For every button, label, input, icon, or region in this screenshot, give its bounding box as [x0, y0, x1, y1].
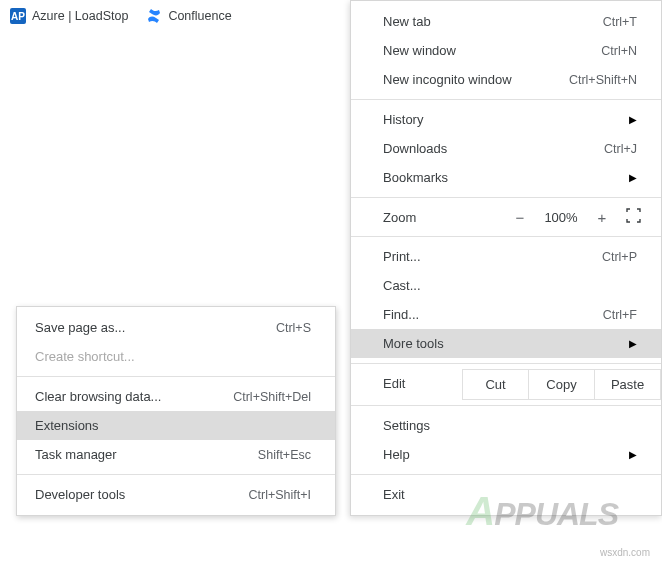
bookmark-label: Confluence: [168, 9, 231, 23]
menu-shortcut: Ctrl+T: [603, 15, 637, 29]
submenu-arrow-icon: ▶: [629, 338, 637, 349]
submenu-save-page[interactable]: Save page as... Ctrl+S: [17, 313, 335, 342]
menu-print[interactable]: Print... Ctrl+P: [351, 242, 661, 271]
menu-divider: [351, 236, 661, 237]
menu-exit[interactable]: Exit: [351, 480, 661, 509]
menu-shortcut: Shift+Esc: [258, 448, 311, 462]
menu-downloads[interactable]: Downloads Ctrl+J: [351, 134, 661, 163]
menu-label: Developer tools: [35, 487, 125, 502]
zoom-out-button[interactable]: −: [503, 209, 537, 226]
edit-actions: Cut Copy Paste: [462, 369, 661, 400]
menu-label: New incognito window: [383, 72, 512, 87]
submenu-arrow-icon: ▶: [629, 172, 637, 183]
menu-divider: [351, 405, 661, 406]
menu-divider: [351, 474, 661, 475]
menu-label: Bookmarks: [383, 170, 448, 185]
menu-label: Downloads: [383, 141, 447, 156]
menu-label: More tools: [383, 336, 444, 351]
confluence-icon: [146, 8, 162, 24]
submenu-task-manager[interactable]: Task manager Shift+Esc: [17, 440, 335, 469]
menu-shortcut: Ctrl+F: [603, 308, 637, 322]
menu-divider: [17, 376, 335, 377]
menu-new-tab[interactable]: New tab Ctrl+T: [351, 7, 661, 36]
menu-bookmarks[interactable]: Bookmarks ▶: [351, 163, 661, 192]
menu-shortcut: Ctrl+Shift+N: [569, 73, 637, 87]
menu-settings[interactable]: Settings: [351, 411, 661, 440]
menu-cast[interactable]: Cast...: [351, 271, 661, 300]
bookmark-azure-loadstop[interactable]: AP Azure | LoadStop: [10, 8, 128, 24]
menu-shortcut: Ctrl+Shift+Del: [233, 390, 311, 404]
zoom-label: Zoom: [383, 210, 503, 225]
edit-label: Edit: [351, 369, 462, 400]
menu-more-tools[interactable]: More tools ▶: [351, 329, 661, 358]
menu-help[interactable]: Help ▶: [351, 440, 661, 469]
submenu-developer-tools[interactable]: Developer tools Ctrl+Shift+I: [17, 480, 335, 509]
menu-label: Settings: [383, 418, 430, 433]
menu-label: Help: [383, 447, 410, 462]
bookmark-label: Azure | LoadStop: [32, 9, 128, 23]
watermark-site: wsxdn.com: [600, 547, 650, 558]
paste-button[interactable]: Paste: [595, 370, 661, 399]
fullscreen-icon[interactable]: [619, 208, 647, 226]
menu-shortcut: Ctrl+S: [276, 321, 311, 335]
menu-label: Print...: [383, 249, 421, 264]
menu-label: New tab: [383, 14, 431, 29]
menu-label: Find...: [383, 307, 419, 322]
menu-divider: [351, 197, 661, 198]
menu-new-incognito[interactable]: New incognito window Ctrl+Shift+N: [351, 65, 661, 94]
menu-zoom-row: Zoom − 100% +: [351, 203, 661, 231]
copy-button[interactable]: Copy: [529, 370, 595, 399]
menu-label: Clear browsing data...: [35, 389, 161, 404]
menu-divider: [351, 363, 661, 364]
menu-shortcut: Ctrl+P: [602, 250, 637, 264]
zoom-in-button[interactable]: +: [585, 209, 619, 226]
menu-shortcut: Ctrl+Shift+I: [248, 488, 311, 502]
submenu-clear-browsing-data[interactable]: Clear browsing data... Ctrl+Shift+Del: [17, 382, 335, 411]
cut-button[interactable]: Cut: [463, 370, 529, 399]
submenu-arrow-icon: ▶: [629, 449, 637, 460]
menu-label: Task manager: [35, 447, 117, 462]
submenu-arrow-icon: ▶: [629, 114, 637, 125]
submenu-create-shortcut: Create shortcut...: [17, 342, 335, 371]
chrome-main-menu: New tab Ctrl+T New window Ctrl+N New inc…: [350, 0, 662, 516]
menu-edit-row: Edit Cut Copy Paste: [351, 369, 661, 400]
zoom-value: 100%: [537, 210, 585, 225]
menu-divider: [17, 474, 335, 475]
menu-divider: [351, 99, 661, 100]
menu-label: Save page as...: [35, 320, 125, 335]
more-tools-submenu: Save page as... Ctrl+S Create shortcut..…: [16, 306, 336, 516]
menu-label: Exit: [383, 487, 405, 502]
menu-label: New window: [383, 43, 456, 58]
menu-label: Extensions: [35, 418, 99, 433]
submenu-extensions[interactable]: Extensions: [17, 411, 335, 440]
menu-label: History: [383, 112, 423, 127]
menu-shortcut: Ctrl+J: [604, 142, 637, 156]
menu-shortcut: Ctrl+N: [601, 44, 637, 58]
menu-new-window[interactable]: New window Ctrl+N: [351, 36, 661, 65]
menu-history[interactable]: History ▶: [351, 105, 661, 134]
menu-label: Create shortcut...: [35, 349, 135, 364]
bookmark-icon: AP: [10, 8, 26, 24]
menu-find[interactable]: Find... Ctrl+F: [351, 300, 661, 329]
menu-label: Cast...: [383, 278, 421, 293]
bookmark-confluence[interactable]: Confluence: [146, 8, 231, 24]
